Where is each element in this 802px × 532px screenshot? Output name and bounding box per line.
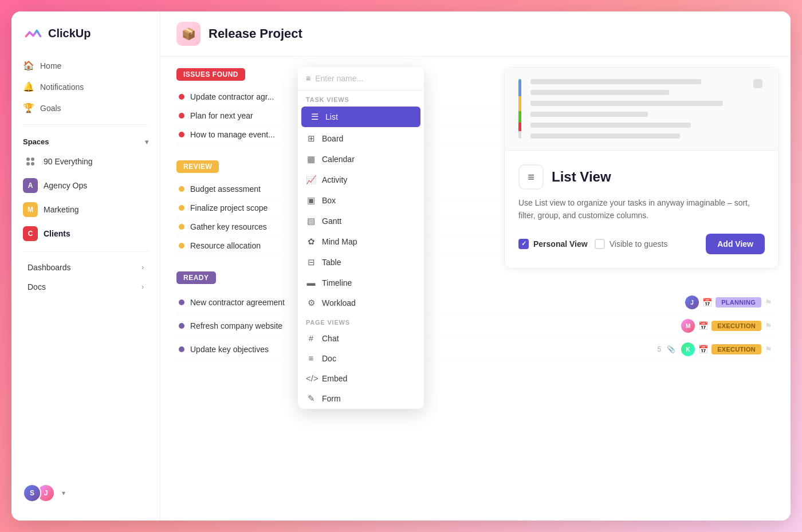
table-row[interactable]: Update key objectives 5 📎 K 📅 EXECUTION … xyxy=(176,338,775,361)
dashboards-chevron-icon: › xyxy=(141,263,144,271)
svg-point-0 xyxy=(26,157,30,161)
dropdown-item-doc[interactable]: ≡ Doc xyxy=(298,348,424,368)
calendar-icon: 📅 xyxy=(702,298,712,307)
dropdown-item-board[interactable]: ⊞ Board xyxy=(298,128,424,149)
sidebar-item-agency-ops[interactable]: A Agency Ops xyxy=(16,174,155,198)
sidebar-nav: 🏠 Home 🔔 Notifications 🏆 Goals xyxy=(11,55,160,119)
dropdown-item-box[interactable]: ▣ Box xyxy=(298,190,424,211)
list-view-title-icon: ≡ xyxy=(518,164,544,190)
footer-chevron-icon[interactable]: ▾ xyxy=(62,489,65,497)
attachment-icon: 📎 xyxy=(667,345,675,353)
dropdown-search-area: ≡ xyxy=(298,67,424,90)
bar-gray xyxy=(518,131,521,139)
group-header-review: REVIEW xyxy=(176,160,219,173)
dashboards-label: Dashboards xyxy=(27,263,71,272)
preview-checkbox-1 xyxy=(753,79,762,88)
clickup-logo-icon xyxy=(23,23,44,44)
docs-label: Docs xyxy=(27,282,46,291)
visible-guests-option[interactable]: Visible to guests xyxy=(595,239,668,249)
sidebar-item-goals[interactable]: 🏆 Goals xyxy=(16,97,155,119)
doc-label: Doc xyxy=(322,354,336,363)
calendar-icon: 📅 xyxy=(698,321,708,330)
list-view-info-panel: ≡ List View Use List view to organize yo… xyxy=(504,67,779,269)
project-icon: 📦 xyxy=(176,22,200,46)
sidebar-item-home[interactable]: 🏠 Home xyxy=(16,55,155,76)
sidebar-item-clients[interactable]: C Clients xyxy=(16,222,155,246)
personal-view-label: Personal View xyxy=(533,239,588,249)
personal-view-option[interactable]: ✓ Personal View xyxy=(518,239,588,249)
gantt-label: Gantt xyxy=(322,216,341,226)
dropdown-item-calendar[interactable]: ▦ Calendar xyxy=(298,149,424,170)
activity-icon: 📈 xyxy=(306,175,316,185)
table-row[interactable]: Refresh company website M 📅 EXECUTION ⚑ xyxy=(176,314,775,338)
task-status-dot xyxy=(179,224,184,230)
table-label: Table xyxy=(322,258,341,267)
everything-label: 90 Everything xyxy=(44,157,93,166)
preview-checkboxes xyxy=(753,79,765,139)
dropdown-item-chat[interactable]: # Chat xyxy=(298,328,424,348)
main-header: 📦 Release Project xyxy=(160,11,791,57)
task-status-dot xyxy=(179,94,184,100)
task-status-dot xyxy=(179,113,184,119)
tasks-area: ISSUES FOUND Update contractor agr... Pl… xyxy=(160,57,791,521)
table-icon: ⊟ xyxy=(306,257,316,267)
task-name: New contractor agreement xyxy=(190,298,679,307)
bar-yellow xyxy=(518,96,521,111)
docs-chevron-icon: › xyxy=(141,283,144,291)
dropdown-item-gantt[interactable]: ▤ Gantt xyxy=(298,211,424,231)
dropdown-item-workload[interactable]: ⚙ Workload xyxy=(298,293,424,313)
flag-icon: ⚑ xyxy=(765,298,772,307)
dropdown-item-table[interactable]: ⊟ Table xyxy=(298,252,424,273)
task-name: Refresh company website xyxy=(190,321,675,330)
workload-label: Workload xyxy=(322,298,356,308)
dropdown-item-form[interactable]: ✎ Form xyxy=(298,388,424,409)
form-label: Form xyxy=(322,394,341,403)
box-icon: ▣ xyxy=(306,195,316,206)
chat-label: Chat xyxy=(322,334,339,343)
box-label: Box xyxy=(322,196,336,205)
dropdown-item-embed[interactable]: </> Embed xyxy=(298,368,424,388)
group-header-ready: READY xyxy=(176,271,216,284)
everything-icon xyxy=(23,154,38,169)
visible-guests-checkbox[interactable] xyxy=(595,239,605,249)
table-row[interactable]: New contractor agreement J 📅 PLANNING ⚑ xyxy=(176,291,775,314)
task-status-dot xyxy=(179,300,184,305)
avatar-img-1: S xyxy=(24,485,40,501)
agency-ops-avatar: A xyxy=(23,178,38,193)
add-view-button[interactable]: Add View xyxy=(706,234,765,254)
preview-line-3 xyxy=(530,101,723,106)
spaces-chevron-icon[interactable]: ▾ xyxy=(145,138,148,146)
flag-icon: ⚑ xyxy=(765,345,772,354)
timeline-label: Timeline xyxy=(322,278,352,287)
embed-label: Embed xyxy=(322,374,347,383)
personal-view-checkbox[interactable]: ✓ xyxy=(518,239,529,249)
view-name-input[interactable] xyxy=(315,74,416,83)
task-status-dot xyxy=(179,186,184,192)
sidebar-notifications-label: Notifications xyxy=(40,82,84,92)
task-status-dot xyxy=(179,323,184,329)
list-view-preview xyxy=(505,68,779,151)
sidebar-item-dashboards[interactable]: Dashboards › xyxy=(16,258,155,277)
app-name: ClickUp xyxy=(48,27,91,40)
doc-icon: ≡ xyxy=(306,353,316,363)
dropdown-item-list[interactable]: ☰ List xyxy=(301,107,420,127)
dropdown-item-mind-map[interactable]: ✿ Mind Map xyxy=(298,231,424,252)
sidebar-item-docs[interactable]: Docs › xyxy=(16,277,155,297)
preview-line-5 xyxy=(530,123,691,128)
timeline-icon: ▬ xyxy=(306,278,316,287)
agency-ops-label: Agency Ops xyxy=(44,181,87,190)
view-selector-dropdown[interactable]: ≡ TASK VIEWS ☰ List ⊞ Board ▦ xyxy=(298,67,424,409)
dropdown-item-activity[interactable]: 📈 Activity xyxy=(298,170,424,190)
trophy-icon: 🏆 xyxy=(23,103,34,113)
preview-lines xyxy=(530,79,744,139)
calendar-icon: 📅 xyxy=(698,345,708,354)
logo-area: ClickUp xyxy=(11,23,160,55)
bell-icon: 🔔 xyxy=(23,81,34,92)
sidebar-item-marketing[interactable]: M Marketing xyxy=(16,198,155,222)
sidebar-item-notifications[interactable]: 🔔 Notifications xyxy=(16,76,155,97)
sidebar-item-everything[interactable]: 90 Everything xyxy=(16,149,155,174)
dropdown-item-timeline[interactable]: ▬ Timeline xyxy=(298,273,424,293)
avatar-1: S xyxy=(23,484,41,502)
task-group-ready: READY New contractor agreement J 📅 PLANN… xyxy=(176,271,775,361)
assignee-avatar: K xyxy=(681,342,695,356)
